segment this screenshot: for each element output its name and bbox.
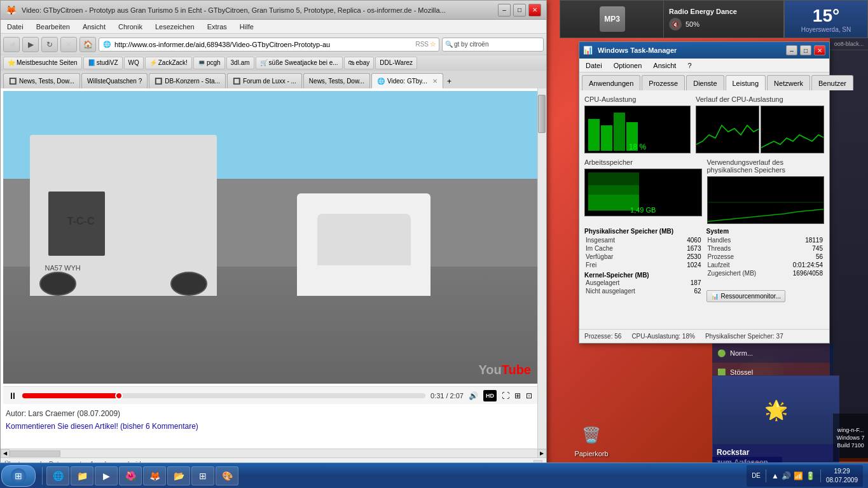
- menu-bearbeiten[interactable]: Bearbeiten: [32, 22, 74, 32]
- taskbar-item-explorer[interactable]: 📁: [71, 466, 93, 485]
- taskbar-item-ie[interactable]: 🌐: [46, 466, 69, 485]
- taskbar: ⊞ 🌐 📁 ▶ 🌺 🦊 📂 ⊞ 🎨 DE: [0, 463, 868, 488]
- video-progress-bar[interactable]: [22, 393, 425, 398]
- forward-button[interactable]: ▶: [22, 37, 39, 52]
- new-tab-button[interactable]: +: [444, 74, 454, 88]
- browser-toolbar: ◀ ▶ ↻ ✕ 🏠 🌐 http://www.os-informer.de/ai…: [1, 34, 546, 55]
- tm-footer: Prozesse: 56 CPU-Auslastung: 18% Physika…: [579, 329, 829, 343]
- share-icon[interactable]: ⊞: [514, 391, 521, 400]
- scroll-right-button[interactable]: ▶: [537, 449, 546, 458]
- back-button[interactable]: ◀: [3, 37, 20, 52]
- tm-stat-label: Verfügbar: [586, 253, 613, 260]
- menu-chronik[interactable]: Chronik: [114, 22, 146, 32]
- tm-tab-benutzer[interactable]: Benutzer: [811, 75, 853, 90]
- search-bar[interactable]: 🔍 gt by citroën: [442, 38, 544, 52]
- network-icon[interactable]: 📶: [794, 471, 803, 480]
- play-button[interactable]: ⏸: [8, 391, 17, 401]
- tm-maximize-button[interactable]: □: [800, 45, 811, 55]
- menu-datei[interactable]: Datei: [3, 22, 27, 32]
- tm-tab-dienste[interactable]: Dienste: [686, 75, 724, 90]
- comment-link[interactable]: Kommentieren Sie diesen Artikel! (bisher…: [6, 422, 541, 431]
- folder-taskbar-icon: 📂: [173, 470, 184, 482]
- scroll-left-button[interactable]: ◀: [1, 449, 10, 458]
- close-button[interactable]: ✕: [528, 4, 541, 17]
- bookmark-pcgh[interactable]: 💻 pcgh: [193, 57, 225, 69]
- taskbar-item-media[interactable]: ▶: [95, 466, 118, 485]
- hd-button[interactable]: HD: [483, 390, 497, 401]
- language-indicator: DE: [752, 472, 761, 479]
- embed-icon[interactable]: ⊡: [526, 391, 532, 400]
- taskbar-item-folder[interactable]: 📂: [167, 466, 190, 485]
- volume-icon[interactable]: 🔊: [469, 391, 478, 400]
- scrollbar-h-thumb[interactable]: [10, 450, 60, 457]
- menu-extras[interactable]: Extras: [203, 22, 231, 32]
- arrow-up-icon[interactable]: ▲: [771, 471, 779, 480]
- video-placeholder: T-C-C NA57 WYH YouTube: [3, 91, 537, 384]
- battery-icon[interactable]: 🔋: [806, 471, 815, 480]
- rss-icon: RSS: [415, 41, 429, 48]
- bookmark-studivz[interactable]: 📘 studiVZ: [83, 57, 123, 69]
- tm-menu-datei[interactable]: Datei: [582, 60, 606, 71]
- tab-video-active[interactable]: 🌐 Video: GTby... ✕: [371, 73, 443, 88]
- reload-button[interactable]: ↻: [41, 37, 58, 52]
- minimize-button[interactable]: –: [498, 4, 511, 17]
- tm-menu-ansicht[interactable]: Ansicht: [649, 60, 680, 71]
- address-bar[interactable]: 🌐 http://www.os-informer.de/aid,689438/V…: [99, 38, 439, 52]
- taskbar-item-contacts[interactable]: 🌺: [119, 466, 142, 485]
- bookmark-label: studiVZ: [97, 59, 118, 66]
- bookmark-3dlam[interactable]: 3dl.am: [226, 57, 254, 69]
- fullscreen-icon[interactable]: ⛶: [502, 391, 509, 400]
- bookmark-ddlwarez[interactable]: DDL-Warez: [375, 57, 417, 69]
- scrollbar-horizontal[interactable]: [10, 450, 537, 457]
- tm-stat-value: 745: [812, 245, 823, 252]
- stop-button[interactable]: ✕: [60, 37, 77, 52]
- tab-db[interactable]: 🔲 DB-Konzern - Sta...: [149, 73, 226, 88]
- desktop-icon-papierkorb[interactable]: 🗑️ Papierkorb: [569, 420, 614, 460]
- tm-menu-optionen[interactable]: Optionen: [610, 60, 646, 71]
- taskbar-item-paint[interactable]: 🎨: [216, 466, 238, 485]
- tm-tab-leistung[interactable]: Leistung: [726, 75, 766, 90]
- tab-forum[interactable]: 🔲 Forum de Luxx - ...: [227, 73, 302, 88]
- bookmark-wq[interactable]: WQ: [124, 57, 144, 69]
- menu-ansicht[interactable]: Ansicht: [79, 22, 109, 32]
- temperature-widget: 15° Hoyerswerda, SN: [784, 0, 868, 38]
- home-button[interactable]: 🏠: [79, 37, 96, 52]
- tm-tab-anwendungen[interactable]: Anwendungen: [582, 75, 640, 90]
- mute-icon[interactable]: 🔇: [669, 18, 682, 31]
- tm-close-button[interactable]: ✕: [814, 45, 825, 55]
- tm-stat-value: 0:01:24:54: [793, 261, 823, 268]
- tm-stat-laufzeit: Laufzeit 0:01:24:54: [706, 261, 825, 269]
- tm-menu-help[interactable]: ?: [684, 60, 695, 71]
- tab-news1[interactable]: 🔲 News, Tests, Dow...: [3, 73, 80, 88]
- menu-hilfe[interactable]: Hilfe: [236, 22, 258, 32]
- trash-icon: 🗑️: [579, 422, 604, 448]
- menu-lesezeichen[interactable]: Lesezeichen: [151, 22, 198, 32]
- start-button[interactable]: ⊞: [1, 465, 36, 487]
- maximize-button[interactable]: □: [513, 4, 526, 17]
- bookmark-star-icon[interactable]: ☆: [430, 40, 436, 48]
- radio-title: Radio Energy Dance: [669, 8, 778, 15]
- speaker-icon[interactable]: 🔊: [782, 471, 791, 480]
- tm-cpu-history-title: Verlauf der CPU-Auslastung: [696, 95, 824, 103]
- tm-stat-zugesichert: Zugesichert (MB) 1696/4058: [706, 269, 825, 277]
- tab-willste[interactable]: WillsteQuatschen ?: [81, 73, 148, 88]
- grid-icon: ⊞: [197, 470, 209, 482]
- bookmark-meistbesuchte[interactable]: ⭐ Meistbesuchte Seiten: [3, 57, 82, 69]
- taskbar-item-grid[interactable]: ⊞: [191, 466, 214, 485]
- scrollbar-vertical[interactable]: [537, 88, 546, 449]
- tab-news2[interactable]: News, Tests, Dow...: [303, 73, 370, 88]
- bookmark-zackzack[interactable]: ⚡ ZackZack!: [145, 57, 192, 69]
- taskbar-item-firefox[interactable]: 🦊: [143, 466, 166, 485]
- scrollbar-thumb[interactable]: [538, 95, 546, 133]
- tab-close-icon[interactable]: ✕: [432, 78, 437, 85]
- tm-cpu-panel: CPU-Auslastung 18 %: [584, 95, 691, 153]
- tm-graphs-row1: CPU-Auslastung 18 % Verlauf der CPU-Ausl: [584, 95, 824, 153]
- address-text: http://www.os-informer.de/aid,689438/Vid…: [114, 41, 413, 48]
- bookmark-ebay[interactable]: 🛍 ebay: [344, 57, 375, 69]
- progress-handle[interactable]: [115, 392, 123, 400]
- tm-tab-netzwerk[interactable]: Netzwerk: [767, 75, 810, 90]
- ressource-monitor-button[interactable]: 📊 Ressourcenmonitor...: [706, 290, 786, 302]
- bookmark-sweatjacke[interactable]: 🛒 süße Sweatjacke bei e...: [256, 57, 343, 69]
- tm-minimize-button[interactable]: –: [786, 45, 797, 55]
- tm-tab-prozesse[interactable]: Prozesse: [642, 75, 685, 90]
